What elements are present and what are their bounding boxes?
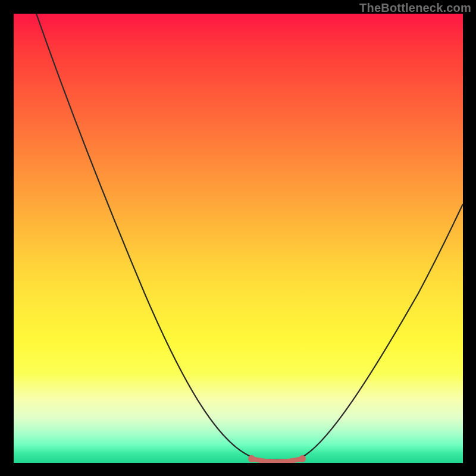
curve-path xyxy=(36,14,463,460)
watermark: TheBottleneck.com xyxy=(359,1,471,15)
bottleneck-curve xyxy=(14,14,463,463)
chart-container: TheBottleneck.com xyxy=(0,0,476,476)
plot-area xyxy=(14,14,463,463)
